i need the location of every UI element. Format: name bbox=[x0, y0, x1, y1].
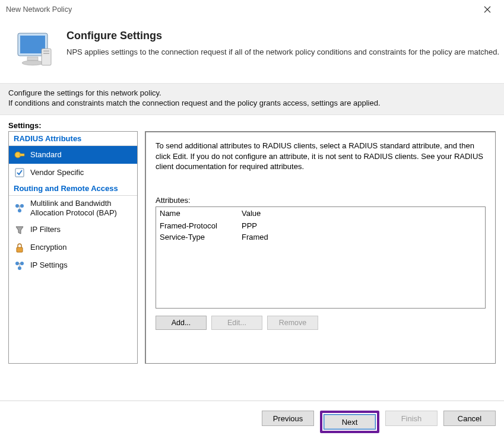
intro-band: Configure the settings for this network … bbox=[0, 83, 504, 115]
intro-line2: If conditions and constraints match the … bbox=[8, 98, 496, 107]
close-button[interactable] bbox=[476, 1, 499, 18]
add-button[interactable]: Add... bbox=[156, 316, 207, 330]
svg-rect-6 bbox=[43, 53, 49, 54]
nav-label-ip-settings: IP Settings bbox=[30, 260, 132, 270]
remove-button[interactable]: Remove bbox=[267, 316, 318, 330]
header: Configure Settings NPS applies settings … bbox=[0, 19, 504, 83]
settings-label: Settings: bbox=[8, 121, 496, 130]
ip-settings-icon bbox=[14, 260, 26, 272]
vendor-specific-icon bbox=[14, 167, 26, 179]
cancel-button[interactable]: Cancel bbox=[443, 411, 496, 426]
encryption-icon bbox=[14, 242, 26, 254]
window-title: New Network Policy bbox=[6, 5, 476, 14]
next-button[interactable]: Next bbox=[324, 414, 376, 430]
standard-icon bbox=[14, 149, 26, 161]
nav-label-encryption: Encryption bbox=[30, 243, 132, 252]
table-header: Name Value bbox=[156, 207, 485, 220]
finish-button[interactable]: Finish bbox=[385, 411, 438, 426]
category-radius-attributes: RADIUS Attributes bbox=[9, 132, 137, 146]
nav-label-vendor-specific: Vendor Specific bbox=[30, 168, 132, 177]
attributes-label: Attributes: bbox=[156, 196, 486, 205]
previous-button[interactable]: Previous bbox=[262, 411, 314, 426]
cell-name: Service-Type bbox=[156, 233, 239, 241]
svg-rect-5 bbox=[43, 50, 49, 52]
cell-value: PPP bbox=[239, 221, 485, 230]
titlebar: New Network Policy bbox=[0, 0, 504, 19]
next-highlight: Next bbox=[320, 411, 379, 433]
nav-item-ip-filters[interactable]: IP Filters bbox=[9, 221, 137, 239]
table-row[interactable]: Framed-Protocol PPP bbox=[156, 220, 485, 231]
monitor-icon bbox=[14, 30, 56, 71]
bap-icon bbox=[14, 202, 26, 214]
ip-filters-icon bbox=[14, 224, 26, 236]
nav-label-standard: Standard bbox=[30, 150, 132, 160]
page-title: Configure Settings bbox=[66, 30, 504, 42]
col-name: Name bbox=[156, 209, 239, 218]
table-row[interactable]: Service-Type Framed bbox=[156, 231, 485, 243]
nav-item-encryption[interactable]: Encryption bbox=[9, 239, 137, 257]
detail-description: To send additional attributes to RADIUS … bbox=[156, 141, 486, 172]
nav-label-bap: Multilink and Bandwidth Allocation Proto… bbox=[30, 199, 132, 218]
close-icon bbox=[484, 6, 491, 13]
page-subtitle: NPS applies settings to the connection r… bbox=[66, 47, 504, 58]
intro-line1: Configure the settings for this network … bbox=[8, 88, 496, 97]
cell-value: Framed bbox=[239, 233, 485, 241]
cell-name: Framed-Protocol bbox=[156, 221, 239, 230]
svg-rect-2 bbox=[27, 57, 38, 61]
category-routing-remote: Routing and Remote Access bbox=[9, 182, 137, 196]
svg-point-3 bbox=[22, 61, 43, 65]
nav-item-standard[interactable]: Standard bbox=[9, 146, 137, 164]
attributes-table[interactable]: Name Value Framed-Protocol PPP Service-T… bbox=[156, 206, 486, 309]
nav-item-ip-settings[interactable]: IP Settings bbox=[9, 257, 137, 275]
col-value: Value bbox=[239, 209, 485, 218]
nav-item-bap[interactable]: Multilink and Bandwidth Allocation Proto… bbox=[9, 196, 137, 221]
nav-item-vendor-specific[interactable]: Vendor Specific bbox=[9, 164, 137, 182]
settings-tree: RADIUS Attributes Standard Vendor Specif… bbox=[8, 131, 138, 364]
svg-rect-13 bbox=[17, 247, 23, 252]
wizard-footer: Previous Next Finish Cancel bbox=[0, 401, 504, 445]
nav-label-ip-filters: IP Filters bbox=[30, 225, 132, 234]
edit-button[interactable]: Edit... bbox=[211, 316, 262, 330]
svg-rect-8 bbox=[20, 154, 24, 156]
detail-panel: To send additional attributes to RADIUS … bbox=[145, 131, 496, 364]
